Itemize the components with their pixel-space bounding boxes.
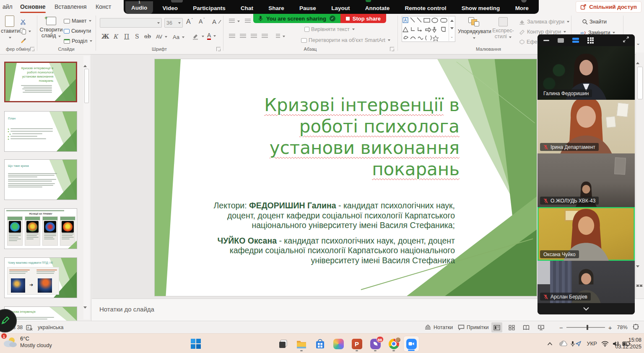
zoom-slider[interactable] [566, 327, 605, 328]
quick-styles-button[interactable]: Експрес-стилі [491, 17, 516, 39]
slide-title[interactable]: Кризові інтервенції в роботі психолога у… [200, 94, 460, 180]
reset-slide-button[interactable]: Скинути [64, 28, 91, 34]
zoom-toolbar-participants[interactable]: Participants [193, 5, 225, 11]
speaker-view-icon[interactable] [572, 38, 579, 43]
zoom-toolbar-chat[interactable]: Chat [241, 5, 253, 11]
grow-font-button[interactable]: Аˆ [186, 18, 193, 26]
expand-panel-icon[interactable] [623, 36, 629, 44]
video-tile-1[interactable]: Галина Федоришин [538, 46, 635, 100]
tray-chevron[interactable] [547, 334, 553, 353]
clipboard-dialog-launcher[interactable] [30, 47, 34, 51]
character-spacing-button[interactable]: AV [156, 34, 167, 40]
shape-fill-button[interactable]: Заливка фігури [519, 19, 569, 25]
next-slide-button[interactable] [636, 287, 644, 294]
zoom-slider-thumb[interactable] [587, 325, 588, 330]
notes-toggle[interactable]: Нотатки [424, 321, 453, 334]
slide-sorter-view-button[interactable] [506, 322, 517, 332]
zoom-toolbar-more[interactable]: More [515, 5, 529, 11]
main-scrollbar[interactable] [636, 52, 644, 298]
clear-formatting-button[interactable]: А [212, 18, 221, 25]
format-painter-button[interactable] [20, 37, 27, 44]
zoom-toolbar-annotate[interactable]: Annotate [365, 5, 390, 11]
file-explorer-button[interactable] [293, 336, 309, 352]
zoom-toolbar-show-meeting[interactable]: Show meeting [462, 5, 500, 11]
tab-insert[interactable]: Вставлення [52, 0, 89, 14]
collapse-ribbon-button[interactable]: ⌄ [636, 40, 640, 46]
align-center-button[interactable] [240, 34, 246, 39]
small-view-icon[interactable] [558, 38, 564, 43]
find-button[interactable]: Знайти [582, 19, 607, 25]
powerpoint-button[interactable]: P [349, 336, 365, 352]
arrange-button[interactable]: Упорядкувати [458, 17, 490, 40]
normal-view-button[interactable] [491, 322, 502, 332]
thumb-scroll-down[interactable] [83, 309, 90, 316]
gallery-view-icon[interactable] [587, 37, 594, 44]
zoom-in-button[interactable]: + [607, 324, 614, 331]
thumbnail-slide-3[interactable]: Що таке криза [4, 159, 77, 200]
tab-file[interactable]: айл [0, 0, 15, 14]
slide-body[interactable]: Лектори: ФЕДОРИШИН Галина - кандидат пси… [210, 201, 455, 265]
zoom-toolbar-layout[interactable]: Layout [331, 5, 350, 11]
tab-design[interactable]: Конст [93, 0, 114, 14]
shapes-gallery[interactable]: A ⌄ [402, 16, 455, 42]
ppt-share-button[interactable]: Спільний доступ [576, 1, 641, 13]
paragraph-dialog-launcher[interactable] [390, 47, 394, 51]
stop-share-button[interactable]: Stop share [340, 14, 386, 23]
smartart-button[interactable]: Перетворити на об'єкт SmartArt [301, 37, 390, 43]
scroll-up-button[interactable] [636, 52, 644, 62]
font-name-combo[interactable] [100, 18, 162, 28]
shrink-font-button[interactable]: Аˇ [199, 18, 205, 25]
italic-button[interactable]: К [113, 33, 118, 40]
new-slide-button[interactable]: + Створити слайд [39, 16, 63, 39]
thumb-scroll-up[interactable] [83, 56, 90, 65]
wifi-icon[interactable] [601, 334, 609, 353]
change-case-button[interactable]: Aa [173, 34, 184, 40]
thumbnail-slide-4[interactable]: РЕАКЦІЇ НА ТРАВМУ [4, 208, 77, 249]
section-button[interactable]: Розділ [64, 38, 92, 44]
reading-view-button[interactable] [521, 322, 532, 332]
align-text-button[interactable]: Вирівняти текст [304, 26, 355, 32]
video-tile-2[interactable]: Ірина Департамент [538, 100, 635, 153]
font-size-combo[interactable]: 36 [164, 18, 183, 28]
start-button[interactable] [188, 336, 204, 352]
zoom-toolbar-share[interactable]: Share [268, 5, 284, 11]
strikethrough-button[interactable]: ab [144, 33, 151, 39]
spellcheck-button[interactable]: A [26, 321, 33, 334]
copilot-button[interactable] [330, 336, 346, 352]
video-tile-3[interactable]: О.ЖОЛУДЬ ХВК-43 [538, 153, 635, 207]
layout-button[interactable]: Макет [64, 18, 91, 24]
previous-slide-button[interactable] [636, 278, 644, 285]
viber-button[interactable]: 88 [367, 336, 383, 352]
panel-scroll-down-button[interactable] [538, 303, 635, 314]
thumbnails-scrollbar[interactable] [83, 56, 90, 319]
mic-in-use-icon[interactable] [571, 334, 581, 353]
minimize-panel-icon[interactable] [543, 40, 549, 41]
thumbnail-slide-1[interactable]: Кризові інтервенції в роботі психолога у… [4, 62, 77, 102]
scroll-thumb[interactable] [637, 67, 643, 99]
video-tile-5[interactable]: Арслан Бердіев [538, 261, 635, 303]
zoom-toolbar-remote-control[interactable]: Remote control [405, 5, 447, 11]
scroll-down-button[interactable] [636, 267, 644, 275]
tab-home[interactable]: Основне [18, 0, 48, 14]
columns-button[interactable] [276, 34, 285, 39]
fit-slide-button[interactable] [633, 324, 639, 331]
chrome-button[interactable] [386, 336, 402, 352]
zoom-app-button[interactable] [403, 336, 419, 352]
font-dialog-launcher[interactable] [216, 47, 221, 51]
paste-button[interactable]: ставити [1, 16, 18, 40]
microsoft-store-button[interactable] [312, 336, 328, 352]
copy-button[interactable] [20, 28, 31, 34]
shape-outline-button[interactable]: Контур фігури [519, 29, 566, 35]
language-button[interactable]: українська [38, 321, 63, 334]
weather-widget[interactable]: 1 6°CMostly cloudy [3, 335, 52, 349]
thumbnail-slide-5[interactable]: Чому важливо надавати ППД і КІ ➔ [4, 257, 77, 298]
comments-toggle[interactable]: Примітки [458, 321, 488, 334]
onedrive-icon[interactable] [558, 334, 568, 353]
zoom-percent[interactable]: 78% [617, 324, 628, 330]
bold-button[interactable]: Ж [101, 33, 109, 40]
video-tile-4[interactable]: Оксана Чуйко [538, 207, 635, 261]
clock[interactable]: 15:08 03.12.2025 [615, 337, 641, 350]
language-indicator[interactable]: УКР [587, 334, 597, 353]
text-shadow-button[interactable]: S [135, 33, 139, 40]
highlight-color-button[interactable] [192, 33, 204, 40]
